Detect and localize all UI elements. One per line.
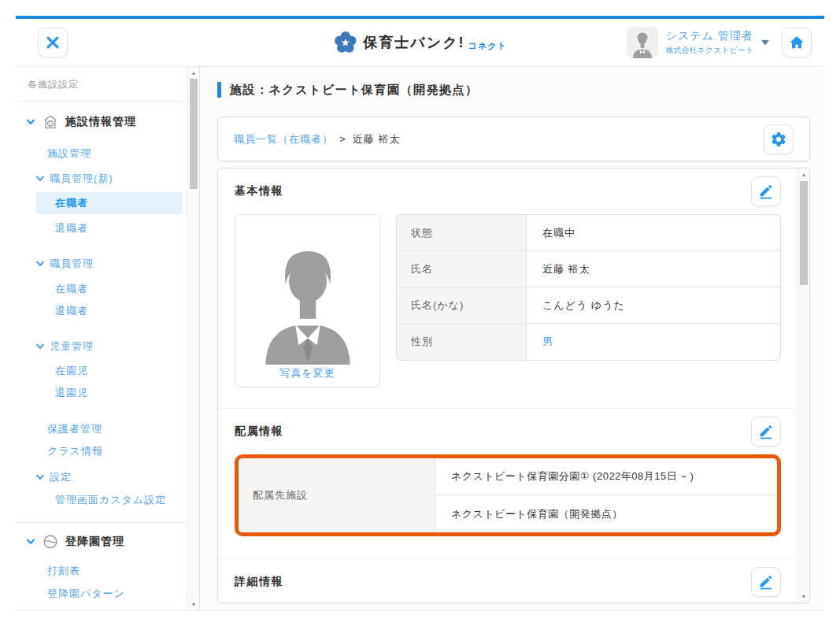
person-avatar-icon: [629, 30, 656, 58]
title-accent-bar: [217, 82, 221, 98]
home-button[interactable]: [782, 28, 812, 57]
breadcrumb-card: 職員一覧（在職者） > 近藤 裕太: [217, 117, 810, 161]
table-row: 性別 男: [397, 324, 780, 360]
content-scrollbar-thumb[interactable]: [800, 181, 808, 285]
chevron-down-icon: [26, 117, 35, 127]
assignment-facility-value-1: ネクストビート保育園分園① (2022年08月15日 ~ ): [435, 458, 777, 495]
sidebar-subgroup-children-mgmt[interactable]: 児童管理: [16, 335, 187, 358]
assignment-info-title: 配属情報: [235, 424, 283, 439]
assignment-highlight-box: 配属先施設 ネクストビート保育園分園① (2022年08月15日 ~ ) ネクス…: [235, 454, 781, 536]
row-label-gender: 性別: [397, 324, 527, 360]
breadcrumb-link-staff-list[interactable]: 職員一覧（在職者）: [234, 132, 333, 146]
pencil-icon: [757, 183, 775, 200]
scroll-up-icon[interactable]: ▲: [798, 172, 809, 177]
sidebar-item-guardian-mgmt[interactable]: 保護者管理: [16, 418, 187, 440]
gear-icon: [770, 131, 787, 148]
breadcrumb-current: 近藤 裕太: [353, 132, 401, 146]
sidebar-item-enrolled-children[interactable]: 在園児: [16, 360, 187, 382]
photo-card: 写真を変更: [235, 214, 380, 387]
assignment-info-section: 配属情報 配属先施設 ネクストビート保育園分園① (2022年08月15日 ~ …: [218, 409, 797, 559]
sidebar-item-retired-staff[interactable]: 退職者: [16, 217, 187, 239]
sidebar-subgroup-staff-mgmt-new[interactable]: 職員管理(新): [16, 168, 187, 190]
table-row: 状態 在職中: [397, 215, 780, 251]
sidebar-title: 各施設設定: [16, 76, 187, 101]
sidebar-group-attendance[interactable]: 登降園管理: [16, 531, 187, 553]
row-value-name: 近藤 裕太: [527, 251, 780, 287]
sidebar-item-retired-staff2[interactable]: 退職者: [16, 300, 187, 322]
sidebar-item-label: 登降園管理: [65, 535, 124, 549]
close-menu-button[interactable]: [38, 28, 68, 57]
sidebar-group-facility-info[interactable]: 施設情報管理: [16, 111, 187, 133]
basic-info-table: 状態 在職中 氏名 近藤 裕太 氏名(かな) こんどう ゆうた: [396, 214, 781, 361]
app-header: 保育士バンク! コネクト システム 管理者 株式会社ネクストビート: [16, 19, 824, 67]
sidebar-item-label: 施設情報管理: [65, 115, 136, 129]
logo-brand-text: 保育士バンク!: [363, 33, 464, 52]
sidebar-subgroup-settings[interactable]: 設定: [16, 466, 187, 488]
row-label-name: 氏名: [397, 251, 527, 287]
chevron-down-icon: [35, 174, 45, 183]
avatar: [627, 27, 658, 58]
user-name: システム 管理者: [666, 29, 753, 43]
chevron-down-icon: [35, 342, 45, 351]
content-scrollbar[interactable]: ▲ ▼: [797, 169, 809, 602]
basic-info-title: 基本情報: [235, 184, 283, 198]
sidebar-item-facility-mgmt[interactable]: 施設管理: [16, 143, 187, 165]
page-title-row: 施設：ネクストビート保育園（開発拠点）: [217, 82, 810, 98]
sidebar-item-class-info[interactable]: クラス情報: [16, 440, 187, 462]
detail-info-section: 詳細情報: [218, 559, 797, 597]
user-menu[interactable]: システム 管理者 株式会社ネクストビート: [627, 27, 769, 58]
pencil-icon: [757, 423, 775, 440]
caret-down-icon: [761, 39, 769, 46]
page-title: 施設：ネクストビート保育園（開発拠点）: [230, 83, 479, 98]
staff-detail-card: 基本情報 写真を変更 状態 在職中: [217, 168, 810, 603]
sidebar-item-attendance-pattern[interactable]: 登降園パターン: [16, 583, 187, 605]
sidebar-scrollbar[interactable]: ▲ ▼: [187, 67, 199, 610]
edit-assignment-info-button[interactable]: [751, 417, 781, 447]
row-value-gender: 男: [527, 324, 780, 360]
assignment-facility-label: 配属先施設: [239, 458, 435, 532]
sidebar-subgroup-staff-mgmt[interactable]: 職員管理: [16, 253, 187, 275]
chevron-down-icon: [35, 472, 45, 482]
user-company: 株式会社ネクストビート: [666, 45, 753, 56]
table-row: 氏名 近藤 裕太: [397, 251, 780, 287]
attendance-icon: [42, 533, 59, 550]
scroll-up-icon[interactable]: ▲: [188, 70, 199, 76]
sidebar-item-label: 職員管理(新): [50, 172, 113, 186]
scroll-down-icon[interactable]: ▼: [188, 602, 199, 607]
edit-detail-info-button[interactable]: [751, 567, 781, 597]
pencil-icon: [757, 573, 775, 591]
chevron-down-icon: [35, 259, 45, 269]
detail-info-title: 詳細情報: [235, 575, 283, 589]
home-icon: [788, 34, 805, 51]
sidebar-divider: [16, 522, 187, 523]
assignment-facility-value-2: ネクストビート保育園（開発拠点）: [435, 495, 777, 532]
sakura-logo-icon: [333, 31, 357, 54]
facility-icon: [42, 113, 59, 131]
sidebar-item-time-sheet[interactable]: 打刻表: [16, 560, 187, 582]
photo-placeholder-person: [249, 239, 367, 365]
sidebar-scrollbar-thumb[interactable]: [190, 79, 198, 189]
sidebar-item-active-staff-selected[interactable]: 在職者: [36, 192, 183, 214]
main-content: 施設：ネクストビート保育園（開発拠点） 職員一覧（在職者） > 近藤 裕太 基本…: [200, 67, 824, 610]
settings-button[interactable]: [764, 124, 794, 154]
edit-basic-info-button[interactable]: [751, 176, 781, 206]
sidebar-item-label: 設定: [50, 470, 72, 484]
breadcrumb-separator: >: [339, 133, 346, 145]
sidebar-item-admin-custom-settings[interactable]: 管理画面カスタム設定: [16, 489, 187, 511]
sidebar-item-label: 児童管理: [50, 339, 94, 354]
sidebar-divider: [16, 101, 187, 102]
sidebar: 各施設設定 施設情報管理 施設管理 職員管理(新) 在職者 退職者: [16, 67, 200, 610]
row-label-status: 状態: [397, 215, 527, 250]
logo-sub-text: コネクト: [468, 40, 507, 52]
sidebar-item-withdrawn-children[interactable]: 退園児: [16, 382, 187, 404]
app-window: 保育士バンク! コネクト システム 管理者 株式会社ネクストビート 各施設: [16, 16, 824, 611]
row-value-kana: こんどう ゆうた: [527, 287, 780, 323]
basic-info-section: 基本情報 写真を変更 状態 在職中: [218, 169, 797, 409]
change-photo-link[interactable]: 写真を変更: [279, 366, 335, 380]
sidebar-item-label: 職員管理: [50, 257, 94, 271]
scroll-down-icon[interactable]: ▼: [798, 594, 809, 599]
chevron-down-icon: [26, 537, 35, 547]
close-icon: [44, 34, 61, 51]
row-label-kana: 氏名(かな): [397, 287, 527, 323]
sidebar-item-active-staff2[interactable]: 在職者: [16, 278, 187, 300]
